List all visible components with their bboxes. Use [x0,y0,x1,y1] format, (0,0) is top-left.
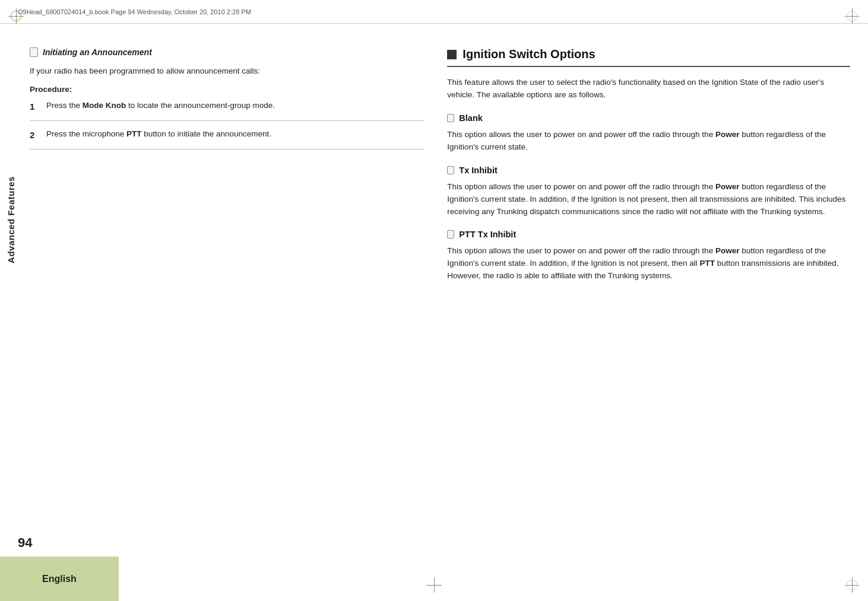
steps-list: 1 Press the Mode Knob to locate the anno… [30,100,423,150]
blank-power-bold: Power [715,130,740,139]
initiating-announcement-heading: Initiating an Announcement [30,47,423,57]
tx-inhibit-heading: Tx Inhibit [447,166,850,175]
header-text: O9Head_68007024014_b.book Page 94 Wednes… [18,8,251,15]
ptt-tx-inhibit-power-bold: Power [715,246,740,255]
tx-inhibit-text: This option allows the user to power on … [447,181,850,218]
step-1: 1 Press the Mode Knob to locate the anno… [30,100,423,121]
ptt-tx-inhibit-icon [447,230,454,239]
step-1-number: 1 [30,100,39,113]
initiating-intro: If your radio has been programmed to all… [30,65,423,78]
ptt-tx-inhibit-heading: PTT Tx Inhibit [447,230,850,239]
blank-heading: Blank [447,113,850,123]
crosshair-top-right [844,8,860,24]
procedure-label: Procedure: [30,85,423,94]
tx-inhibit-power-bold: Power [715,182,740,191]
ptt-tx-inhibit-heading-text: PTT Tx Inhibit [459,230,516,239]
right-column: Ignition Switch Options This feature all… [447,30,850,577]
crosshair-bottom-right [844,577,860,593]
step-2: 2 Press the microphone PTT button to ini… [30,128,423,150]
content-area: Initiating an Announcement If your radio… [30,30,850,577]
ignition-heading-text: Ignition Switch Options [462,47,595,61]
step-2-text: Press the microphone PTT button to initi… [46,128,271,142]
crosshair-bottom-center [426,577,442,593]
ignition-intro: This feature allows the user to select t… [447,77,850,101]
sidebar-tab-label: Advanced Features [6,176,16,263]
page-header: O9Head_68007024014_b.book Page 94 Wednes… [0,0,868,24]
left-column: Initiating an Announcement If your radio… [30,30,423,577]
tx-inhibit-heading-text: Tx Inhibit [459,166,497,175]
filled-square-icon [447,50,457,59]
step-2-number: 2 [30,128,39,142]
blank-heading-text: Blank [459,113,483,123]
tx-inhibit-icon [447,166,454,174]
ptt-tx-inhibit-ptt-bold: PTT [699,259,715,268]
initiating-heading-text: Initiating an Announcement [43,47,152,57]
ignition-switch-heading: Ignition Switch Options [447,47,850,67]
blank-text: This option allows the user to power on … [447,129,850,154]
step-1-text: Press the Mode Knob to locate the announ… [46,100,275,113]
section-icon [30,47,38,57]
step-2-bold: PTT [126,129,142,138]
step-1-bold: Mode Knob [83,101,126,110]
ptt-tx-inhibit-text: This option allows the user to power on … [447,245,850,282]
crosshair-top-left [8,8,24,24]
sidebar-tab: Advanced Features [0,119,21,320]
blank-icon [447,114,454,122]
